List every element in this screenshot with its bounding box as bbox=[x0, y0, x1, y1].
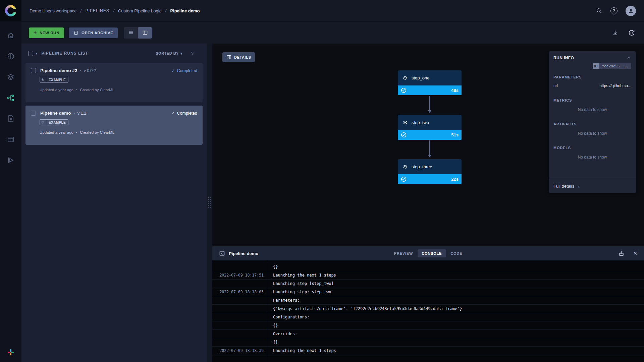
split-view-button[interactable] bbox=[138, 27, 152, 39]
applications-icon[interactable] bbox=[7, 156, 15, 164]
tag-icon bbox=[40, 77, 46, 82]
collapse-chevron-icon[interactable] bbox=[627, 56, 631, 60]
dot-separator: • bbox=[80, 69, 81, 72]
select-all-checkbox[interactable] bbox=[28, 51, 33, 56]
open-archive-button[interactable]: OPEN ARCHIVE bbox=[69, 27, 118, 38]
archive-icon bbox=[73, 30, 78, 35]
tag-chip[interactable]: EXAMPLE bbox=[40, 119, 68, 125]
reports-icon[interactable] bbox=[7, 115, 15, 123]
clearml-logo[interactable] bbox=[0, 0, 21, 21]
run-card-pipeline-demo-2[interactable]: Pipeline demo #2 • v 0.0.2 ✓ Completed E… bbox=[25, 63, 203, 102]
tag-label: EXAMPLE bbox=[46, 121, 68, 124]
models-empty-state: No data to show bbox=[549, 155, 636, 160]
artifacts-empty-state: No data to show bbox=[549, 131, 636, 136]
log-row: {} bbox=[212, 338, 644, 347]
terminal-icon bbox=[219, 250, 225, 256]
log-row: Launching step [step_two] bbox=[212, 280, 644, 288]
breadcrumb-separator: / bbox=[165, 8, 167, 14]
breadcrumb-workspace[interactable]: Demo User's workspace bbox=[30, 8, 76, 13]
tag-label: EXAMPLE bbox=[46, 78, 68, 82]
log-message: Launching the next 1 steps bbox=[268, 348, 336, 353]
drag-grip-icon bbox=[208, 197, 211, 209]
console-run-title: Pipeline demo bbox=[229, 251, 258, 256]
step-status-bar: 48s bbox=[398, 85, 462, 95]
auto-refresh-icon[interactable] bbox=[628, 29, 635, 37]
run-checkbox[interactable] bbox=[31, 111, 36, 116]
log-row: {} bbox=[212, 263, 644, 271]
dag-node-step-two[interactable]: step_two 51s bbox=[398, 115, 462, 140]
filter-icon[interactable] bbox=[190, 51, 195, 56]
download-icon[interactable] bbox=[612, 29, 619, 36]
run-checkbox[interactable] bbox=[31, 68, 36, 73]
parameter-key: url bbox=[553, 83, 558, 88]
log-row: Configurations: bbox=[212, 313, 644, 321]
run-id-chip[interactable]: ID fee28e55 ... bbox=[593, 63, 631, 69]
log-row: {} bbox=[212, 321, 644, 330]
breadcrumb-pipelines[interactable]: PIPELINES bbox=[86, 8, 109, 13]
log-message: {'kwargs_artifacts/data_frame': 'f2292e2… bbox=[268, 306, 462, 311]
run-card-pipeline-demo[interactable]: Pipeline demo • v 1.2 ✓ Completed EXAMPL… bbox=[25, 106, 203, 145]
pipelines-icon[interactable] bbox=[7, 94, 15, 102]
user-avatar[interactable] bbox=[626, 6, 636, 16]
log-message: Parameters: bbox=[268, 298, 300, 303]
dashboard-icon[interactable] bbox=[7, 32, 15, 40]
status-check-icon: ✓ bbox=[171, 111, 175, 116]
help-icon[interactable]: ? bbox=[610, 7, 618, 14]
search-icon[interactable] bbox=[596, 7, 602, 14]
step-completed-icon bbox=[401, 176, 407, 182]
full-details-link[interactable]: Full details → bbox=[549, 179, 636, 193]
dot-separator: • bbox=[76, 88, 77, 92]
projects-icon[interactable] bbox=[7, 52, 15, 60]
id-label: ID bbox=[593, 63, 599, 69]
tab-console[interactable]: CONSOLE bbox=[418, 249, 446, 257]
status-badge: ✓ Completed bbox=[171, 68, 197, 73]
id-value: fee28e55 ... bbox=[599, 64, 631, 68]
metrics-empty-state: No data to show bbox=[549, 107, 636, 112]
console-log[interactable]: {} 2022-07-09 18:17:51Launching the next… bbox=[212, 260, 644, 362]
log-row: Parameters: bbox=[212, 296, 644, 305]
breadcrumb-project[interactable]: Custom Pipeline Logic bbox=[118, 8, 161, 13]
run-version: v 1.2 bbox=[77, 111, 86, 116]
tab-preview[interactable]: PREVIEW bbox=[390, 249, 417, 257]
status-label: Completed bbox=[177, 68, 197, 73]
models-section-title: MODELS bbox=[553, 146, 631, 150]
log-row: 2022-07-09 18:17:51Launching the next 1 … bbox=[212, 271, 644, 280]
log-message: {} bbox=[268, 323, 278, 328]
log-timestamp: 2022-07-09 18:18:39 bbox=[212, 348, 268, 353]
parameter-row: url https://github.co... bbox=[553, 83, 631, 88]
slack-icon[interactable] bbox=[7, 349, 14, 356]
dot-separator: • bbox=[74, 111, 75, 115]
run-updated: Updated a year ago bbox=[40, 88, 73, 92]
log-row: {'kwargs_artifacts/data_frame': 'f2292e2… bbox=[212, 305, 644, 313]
metrics-section-title: METRICS bbox=[553, 98, 631, 102]
run-name: Pipeline demo bbox=[40, 111, 71, 116]
sidebar bbox=[0, 0, 21, 362]
breadcrumb-separator: / bbox=[80, 8, 82, 14]
details-button[interactable]: DETAILS bbox=[222, 52, 255, 62]
datasets-icon[interactable] bbox=[7, 73, 15, 81]
sorted-by-dropdown[interactable]: SORTED BY ▾ bbox=[156, 51, 182, 56]
step-duration: 48s bbox=[451, 88, 459, 93]
dag-node-step-three[interactable]: step_three 22s bbox=[398, 159, 462, 184]
table-view-button[interactable] bbox=[124, 27, 138, 39]
dag-node-step-one[interactable]: step_one 48s bbox=[398, 70, 462, 95]
pipeline-runs-panel: ▾ PIPELINE RUNS LIST SORTED BY ▾ Pipelin… bbox=[21, 44, 207, 362]
dag-edge-arrow bbox=[429, 140, 430, 157]
log-timestamp: 2022-07-09 18:17:51 bbox=[212, 273, 268, 278]
step-completed-icon bbox=[401, 87, 407, 93]
new-run-button[interactable]: + NEW RUN bbox=[29, 27, 64, 38]
panel-resize-handle[interactable] bbox=[207, 44, 212, 362]
console-tabs: PREVIEW CONSOLE CODE bbox=[390, 249, 466, 257]
select-menu-caret-icon[interactable]: ▾ bbox=[36, 51, 38, 56]
breadcrumb-current: Pipeline demo bbox=[170, 8, 200, 13]
runs-list-title: PIPELINE RUNS LIST bbox=[42, 51, 88, 56]
console-panel: Pipeline demo PREVIEW CONSOLE CODE ✕ {} … bbox=[212, 246, 644, 362]
runs-list-header: ▾ PIPELINE RUNS LIST SORTED BY ▾ bbox=[21, 44, 207, 63]
hyperdatasets-icon[interactable] bbox=[7, 135, 15, 143]
step-duration: 22s bbox=[451, 177, 459, 182]
tab-code[interactable]: CODE bbox=[446, 249, 466, 257]
expand-panel-icon[interactable] bbox=[619, 251, 624, 256]
close-icon[interactable]: ✕ bbox=[633, 250, 637, 256]
tag-chip[interactable]: EXAMPLE bbox=[40, 77, 68, 83]
parameter-value[interactable]: https://github.co... bbox=[599, 83, 631, 88]
